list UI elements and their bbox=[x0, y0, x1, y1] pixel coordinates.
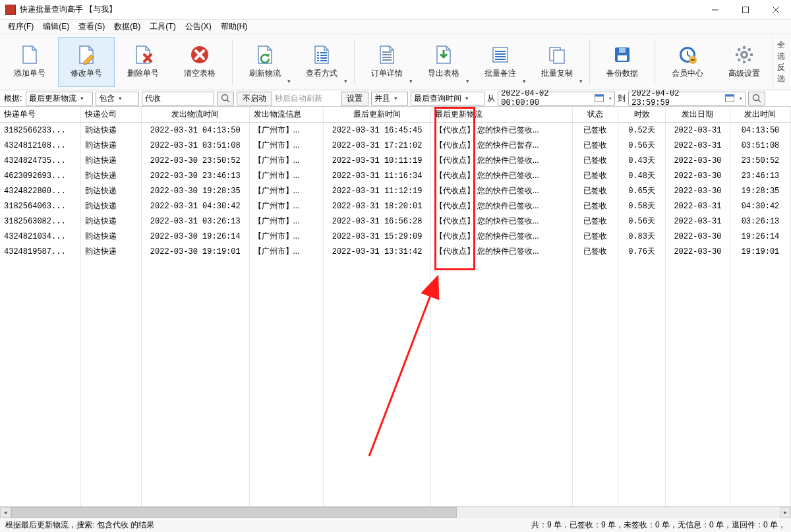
batch-note-button[interactable]: 批量备注▾ bbox=[472, 37, 529, 87]
pickup-tag: 【代收点】 bbox=[435, 156, 475, 165]
svg-rect-38 bbox=[743, 46, 746, 49]
scroll-left-button[interactable]: ◂ bbox=[0, 507, 11, 518]
table-row[interactable]: 3182566233...韵达快递2022-03-31 04:13:50【广州市… bbox=[0, 123, 791, 138]
table-row[interactable]: 4324812108...韵达快递2022-03-31 03:51:08【广州市… bbox=[0, 138, 791, 153]
backup-button[interactable]: 备份数据 bbox=[594, 37, 651, 87]
cell: 已签收 bbox=[572, 183, 618, 198]
from-datetime-picker[interactable]: 2022-04-02 00:00:00 ▾ bbox=[498, 92, 615, 105]
last-info-rest: 您的快件已签收... bbox=[475, 186, 539, 195]
data-grid[interactable]: 快递单号快递公司发出物流时间发出物流信息最后更新时间最后更新物流状态时效发出日期… bbox=[0, 107, 791, 506]
cell: 4324822800... bbox=[0, 183, 81, 198]
svg-rect-16 bbox=[382, 59, 392, 61]
column-header-duration[interactable]: 时效 bbox=[618, 107, 666, 123]
gear-icon bbox=[734, 44, 755, 65]
cell-last-info: 【代收点】 您的快件已签收... bbox=[431, 153, 573, 168]
batch-copy-button[interactable]: 批量复制▾ bbox=[529, 37, 585, 87]
svg-rect-19 bbox=[495, 53, 506, 55]
search-button[interactable] bbox=[217, 92, 234, 105]
cell: 韵达快递 bbox=[81, 123, 142, 138]
maximize-button[interactable] bbox=[730, 0, 761, 20]
menu-item[interactable]: 程序(F) bbox=[4, 20, 38, 34]
table-row-empty bbox=[0, 477, 791, 491]
titlebar: 快递批量查询高手 【与我】 bbox=[0, 0, 791, 20]
toolbar-separator bbox=[354, 40, 355, 84]
cell-last-info: 【代收点】 您的快件已签收... bbox=[431, 168, 573, 183]
filter-bar: 根据: 最后更新物流 ▾ 包含 ▾ 不启动 秒后自动刷新 设置 并且 ▾ 最后查… bbox=[0, 90, 791, 107]
table-row[interactable]: 4324821034...韵达快递2022-03-30 19:26:14【广州市… bbox=[0, 229, 791, 244]
chevron-down-icon: ▾ bbox=[464, 40, 471, 84]
svg-rect-46 bbox=[725, 95, 734, 97]
auto-refresh-placeholder: 秒后自动刷新 bbox=[275, 93, 338, 104]
chevron-down-icon: ▾ bbox=[577, 40, 584, 84]
delete-order-button[interactable]: 删除单号 bbox=[115, 37, 171, 87]
toolbar-button-label: 批量复制 bbox=[541, 68, 573, 79]
order-detail-button[interactable]: 订单详情▾ bbox=[359, 37, 415, 87]
column-header-company[interactable]: 快递公司 bbox=[81, 107, 142, 123]
export-button[interactable]: 导出表格▾ bbox=[415, 37, 472, 87]
minimize-button[interactable] bbox=[700, 0, 730, 20]
table-row[interactable]: 4324822800...韵达快递2022-03-30 19:28:35【广州市… bbox=[0, 183, 791, 198]
cell: 2022-03-30 23:46:13 bbox=[142, 168, 249, 183]
table-row[interactable]: 3182563082...韵达快递2022-03-31 03:26:13【广州市… bbox=[0, 214, 791, 229]
toolbar-side-actions: 全选反选 bbox=[773, 37, 788, 87]
column-header-last_info[interactable]: 最后更新物流 bbox=[431, 107, 573, 123]
column-header-ship_time[interactable]: 发出时间 bbox=[730, 107, 790, 123]
table-row[interactable]: 4623092693...韵达快递2022-03-30 23:46:13【广州市… bbox=[0, 168, 791, 183]
view-mode-button[interactable]: 查看方式▾ bbox=[293, 37, 350, 87]
filter-field-combo[interactable]: 最后更新物流 ▾ bbox=[26, 92, 93, 105]
table-row[interactable]: 3182564063...韵达快递2022-03-31 04:30:42【广州市… bbox=[0, 198, 791, 214]
error-circle-icon bbox=[189, 44, 210, 65]
column-header-last_update[interactable]: 最后更新时间 bbox=[323, 107, 430, 123]
to-datetime-picker[interactable]: 2022-04-02 23:59:59 ▾ bbox=[628, 92, 746, 105]
cell: 韵达快递 bbox=[81, 214, 142, 229]
toolbar-button-label: 刷新物流 bbox=[249, 68, 281, 79]
menu-item[interactable]: 工具(T) bbox=[146, 20, 179, 34]
table-row-empty bbox=[0, 303, 791, 317]
chevron-down-icon: ▾ bbox=[464, 95, 470, 102]
menu-item[interactable]: 数据(B) bbox=[110, 20, 144, 34]
toolbar-button-label: 订单详情 bbox=[371, 68, 403, 79]
horizontal-scrollbar[interactable]: ◂ ▸ bbox=[0, 506, 791, 517]
cell: 已签收 bbox=[572, 198, 618, 214]
auto-refresh-toggle[interactable]: 不启动 bbox=[237, 92, 272, 105]
settings-button[interactable]: 设置 bbox=[341, 92, 368, 105]
member-button[interactable]: 会员中心 bbox=[659, 37, 716, 87]
column-header-send_info[interactable]: 发出物流信息 bbox=[249, 107, 323, 123]
column-header-track_no[interactable]: 快递单号 bbox=[0, 107, 81, 123]
table-row[interactable]: 4324824735...韵达快递2022-03-30 23:50:52【广州市… bbox=[0, 153, 791, 168]
filter-logic-combo[interactable]: 并且 ▾ bbox=[371, 92, 408, 105]
cell: 【广州市】... bbox=[249, 123, 323, 138]
table-row-empty bbox=[0, 404, 791, 419]
apply-filter-button[interactable] bbox=[748, 92, 765, 105]
svg-rect-14 bbox=[382, 54, 392, 55]
side-action[interactable]: 反选 bbox=[773, 62, 788, 84]
close-button[interactable] bbox=[761, 0, 791, 20]
edit-order-button[interactable]: 修改单号 bbox=[58, 37, 115, 87]
clear-table-button[interactable]: 清空表格 bbox=[171, 37, 228, 87]
menu-item[interactable]: 查看(S) bbox=[74, 20, 109, 34]
scroll-thumb[interactable] bbox=[11, 507, 457, 518]
filter-time-field-combo[interactable]: 最后查询时间 ▾ bbox=[411, 92, 484, 105]
doc-note-icon bbox=[376, 44, 397, 65]
cell: 2022-03-31 03:51:08 bbox=[142, 138, 249, 153]
menu-item[interactable]: 帮助(H) bbox=[217, 20, 252, 34]
side-action[interactable]: 全选 bbox=[773, 40, 788, 62]
cell: 2022-03-31 03:26:13 bbox=[142, 214, 249, 229]
table-row[interactable]: 4324819587...韵达快递2022-03-30 19:19:01【广州市… bbox=[0, 244, 791, 259]
column-header-status[interactable]: 状态 bbox=[572, 107, 618, 123]
last-info-rest: 您的快件已签收... bbox=[475, 201, 539, 210]
svg-rect-37 bbox=[738, 48, 740, 51]
scroll-right-button[interactable]: ▸ bbox=[780, 507, 791, 518]
scroll-track[interactable] bbox=[11, 507, 780, 518]
adv-settings-button[interactable]: 高级设置 bbox=[716, 37, 773, 87]
column-header-ship_date[interactable]: 发出日期 bbox=[665, 107, 730, 123]
column-header-send_time[interactable]: 发出物流时间 bbox=[142, 107, 249, 123]
filter-match-combo[interactable]: 包含 ▾ bbox=[96, 92, 139, 105]
refresh-button[interactable]: 刷新物流▾ bbox=[237, 37, 293, 87]
filter-search-input[interactable] bbox=[145, 94, 211, 103]
cell-last-info: 【代收点】 您的快件已签收... bbox=[431, 244, 573, 259]
filter-root-label: 根据: bbox=[4, 93, 23, 104]
menu-item[interactable]: 公告(X) bbox=[181, 20, 216, 34]
menu-item[interactable]: 编辑(E) bbox=[39, 20, 73, 34]
add-order-button[interactable]: 添加单号 bbox=[1, 37, 58, 87]
